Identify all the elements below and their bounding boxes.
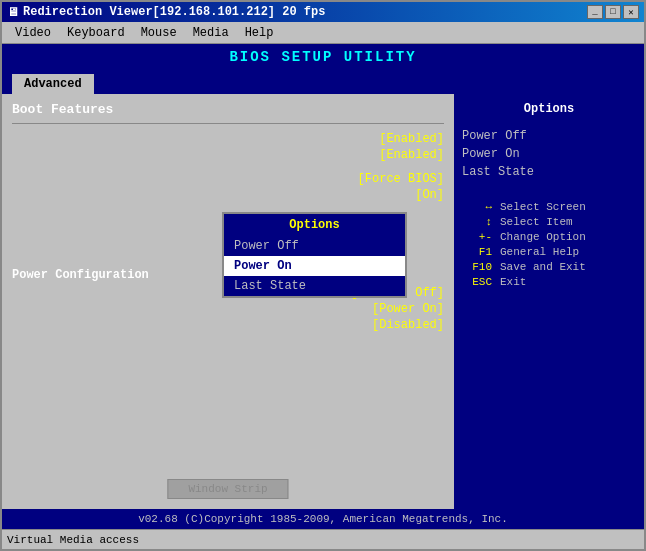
title-bar: 🖥 Redirection Viewer[192.168.101.212] 20… [2, 2, 644, 22]
key-desc: Save and Exit [500, 261, 586, 273]
options-title: Options [462, 99, 636, 119]
menu-mouse[interactable]: Mouse [133, 24, 185, 42]
dropdown-item-last-state[interactable]: Last State [224, 276, 405, 296]
table-row: Bootup Num-Lock [On] [12, 188, 444, 202]
row-label: Quick Boot [12, 132, 84, 146]
row-label: Interrupt 19 Capture [12, 236, 156, 250]
section-divider [12, 123, 444, 124]
menu-bar: Video Keyboard Mouse Media Help [2, 22, 644, 44]
key-desc: Select Screen [500, 201, 586, 213]
title-bar-left: 🖥 Redirection Viewer[192.168.101.212] 20… [7, 5, 325, 20]
bios-main: Boot Features Quick Boot [Enabled] Quiet… [2, 94, 454, 509]
key-row: F1 General Help [462, 246, 636, 258]
key-symbol: ↕ [462, 216, 492, 228]
dropdown-popup: Options Power Off Power On Last State [222, 212, 407, 298]
key-desc: Select Item [500, 216, 573, 228]
key-desc: General Help [500, 246, 579, 258]
key-symbol: +- [462, 231, 492, 243]
key-row: F10 Save and Exit [462, 261, 636, 273]
row-label: AddOn ROM Display Mode [12, 172, 170, 186]
menu-keyboard[interactable]: Keyboard [59, 24, 133, 42]
table-row: AddOn ROM Display Mode [Force BIOS] [12, 172, 444, 186]
key-row: ↕ Select Item [462, 216, 636, 228]
row-label: Watch Dog Function [12, 318, 142, 332]
status-text: Virtual Media access [7, 534, 139, 546]
key-symbol: F10 [462, 261, 492, 273]
dropdown-item-power-off[interactable]: Power Off [224, 236, 405, 256]
row-label: Quiet Boot [12, 148, 84, 162]
bios-footer: v02.68 (C)Copyright 1985-2009, American … [2, 509, 644, 529]
table-row: Watch Dog Function [Disabled] [12, 318, 444, 332]
table-row: Quiet Boot [Enabled] [12, 148, 444, 162]
key-row: +- Change Option [462, 231, 636, 243]
close-button[interactable]: ✕ [623, 5, 639, 19]
bios-sidebar: Options Power Off Power On Last State ↔ … [454, 94, 644, 509]
key-bindings: ↔ Select Screen ↕ Select Item +- Change … [462, 201, 636, 288]
key-desc: Change Option [500, 231, 586, 243]
bios-tabs: Advanced [2, 70, 644, 94]
bios-header: BIOS SETUP UTILITY [2, 44, 644, 70]
row-value: [Power On] [372, 302, 444, 316]
row-label: Power Button Function [12, 286, 163, 300]
minimize-button[interactable]: _ [587, 5, 603, 19]
key-row: ESC Exit [462, 276, 636, 288]
row-label: Restore on AC Power Loss [12, 302, 185, 316]
key-desc: Exit [500, 276, 526, 288]
row-value: [Force BIOS] [358, 172, 444, 186]
row-value: [On] [415, 188, 444, 202]
key-symbol: ESC [462, 276, 492, 288]
tab-advanced[interactable]: Advanced [12, 74, 94, 94]
table-row: Quick Boot [Enabled] [12, 132, 444, 146]
title-bar-controls: _ □ ✕ [587, 5, 639, 19]
row-label: Bootup Num-Lock [12, 188, 120, 202]
title-bar-text: Redirection Viewer[192.168.101.212] 20 f… [23, 5, 325, 19]
window-strip: Window Strip [167, 479, 288, 499]
dropdown-title: Options [224, 214, 405, 236]
option-power-off: Power Off [462, 127, 636, 145]
menu-media[interactable]: Media [185, 24, 237, 42]
menu-video[interactable]: Video [7, 24, 59, 42]
menu-help[interactable]: Help [237, 24, 282, 42]
row-value: [Disabled] [372, 318, 444, 332]
bios-area: BIOS SETUP UTILITY Advanced Boot Feature… [2, 44, 644, 529]
section-title: Boot Features [12, 102, 444, 117]
table-row: Restore on AC Power Loss [Power On] [12, 302, 444, 316]
row-label: Hit 'DEL' Message Display [12, 220, 192, 234]
maximize-button[interactable]: □ [605, 5, 621, 19]
options-panel: Options Power Off Power On Last State [462, 99, 636, 181]
status-bar: Virtual Media access [2, 529, 644, 549]
window-frame: 🖥 Redirection Viewer[192.168.101.212] 20… [0, 0, 646, 551]
bios-body: Boot Features Quick Boot [Enabled] Quiet… [2, 94, 644, 509]
row-value: [Enabled] [379, 132, 444, 146]
option-last-state: Last State [462, 163, 636, 181]
row-label: Wait For 'F1' If Error [12, 204, 170, 218]
key-row: ↔ Select Screen [462, 201, 636, 213]
dropdown-item-power-on[interactable]: Power On [224, 256, 405, 276]
row-value: [Enabled] [379, 148, 444, 162]
key-symbol: ↔ [462, 201, 492, 213]
option-power-on: Power On [462, 145, 636, 163]
title-bar-icon: 🖥 [7, 5, 19, 20]
key-symbol: F1 [462, 246, 492, 258]
